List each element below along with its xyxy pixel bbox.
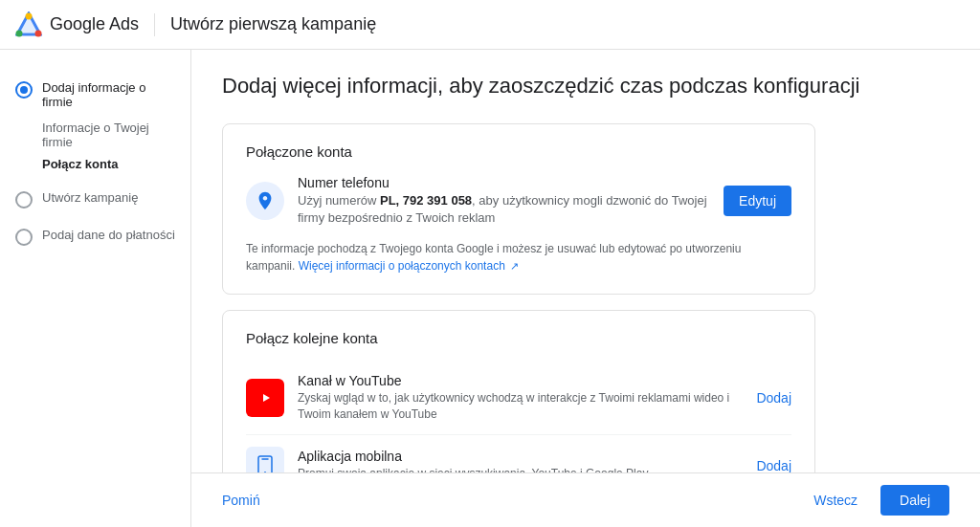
phone-title: Numer telefonu [298, 175, 710, 190]
info-text: Te informacje pochodzą z Twojego konta G… [246, 240, 791, 274]
google-ads-logo-icon [15, 11, 42, 38]
connect-more-title: Połącz kolejne konta [246, 330, 791, 346]
sidebar-label-company: Dodaj informacje o firmie [42, 80, 175, 109]
main-layout: Dodaj informacje o firmie Informacje o T… [0, 50, 980, 527]
edit-phone-button[interactable]: Edytuj [724, 186, 791, 216]
content-area: Dodaj więcej informacji, aby zaoszczędzi… [191, 50, 980, 527]
mobile-title: Aplikacja mobilna [298, 449, 743, 464]
next-button[interactable]: Dalej [880, 485, 949, 516]
youtube-connect-item: Kanał w YouTube Zyskaj wgląd w to, jak u… [246, 362, 791, 435]
connect-more-card: Połącz kolejne konta Kanał w YouTube Zys… [222, 310, 815, 472]
circle-dot [20, 86, 28, 94]
header: Google Ads Utwórz pierwszą kampanię [0, 0, 980, 50]
mobile-connect-item: Aplikacja mobilna Promuj swoją aplikację… [246, 435, 791, 472]
youtube-icon [246, 379, 284, 417]
location-pin-icon [255, 190, 276, 211]
sidebar-item-circle-campaign [15, 191, 33, 209]
youtube-add-link[interactable]: Dodaj [756, 390, 791, 406]
connected-accounts-title: Połączone konta [246, 143, 791, 160]
svg-point-3 [35, 30, 42, 36]
external-link-icon: ↗ [510, 260, 519, 272]
main-heading: Dodaj więcej informacji, aby zaoszczędzi… [222, 73, 949, 100]
sidebar-item-circle-company [15, 81, 33, 99]
page-title: Utwórz pierwszą kampanię [170, 14, 376, 34]
info-link[interactable]: Więcej informacji o połączonych kontach … [299, 259, 519, 273]
phone-item: Numer telefonu Użyj numerów PL, 792 391 … [246, 175, 791, 227]
smartphone-icon [257, 455, 273, 472]
phone-description: Użyj numerów PL, 792 391 058, aby użytko… [298, 192, 710, 227]
sidebar-item-payment[interactable]: Podaj dane do płatności [0, 220, 190, 253]
sidebar-label-campaign: Utwórz kampanię [42, 190, 138, 205]
svg-point-4 [26, 12, 33, 19]
app-logo: Google Ads [15, 11, 139, 38]
svg-point-2 [16, 30, 23, 36]
youtube-logo-icon [255, 390, 276, 406]
connected-accounts-card: Połączone konta Numer telefonu Użyj nume… [222, 123, 815, 295]
sidebar-sub-company-details[interactable]: Informacje o Twojej firmie [0, 117, 190, 153]
skip-link[interactable]: Pomiń [222, 493, 260, 508]
phone-desc-prefix: Użyj numerów [298, 193, 380, 208]
header-divider [154, 13, 155, 36]
mobile-desc: Promuj swoją aplikację w sieci wyszukiwa… [298, 466, 743, 472]
youtube-title: Kanał w YouTube [298, 373, 743, 388]
main-content: Dodaj więcej informacji, aby zaoszczędzi… [191, 50, 980, 472]
mobile-add-link[interactable]: Dodaj [756, 458, 791, 472]
app-name: Google Ads [50, 14, 139, 34]
mobile-app-icon [246, 447, 284, 472]
phone-icon [246, 182, 284, 220]
sidebar-sub-connect-accounts[interactable]: Połącz konta [0, 153, 190, 175]
footer-actions: Wstecz Dalej [802, 485, 949, 516]
sidebar-item-circle-payment [15, 229, 33, 246]
phone-number: PL, 792 391 058 [380, 193, 472, 208]
sidebar-label-payment: Podaj dane do płatności [42, 228, 175, 242]
footer: Pomiń Wstecz Dalej [191, 472, 980, 527]
sidebar: Dodaj informacje o firmie Informacje o T… [0, 50, 191, 527]
sidebar-item-company-info[interactable]: Dodaj informacje o firmie [0, 73, 190, 117]
youtube-desc: Zyskaj wgląd w to, jak użytkownicy wchod… [298, 390, 743, 423]
back-button[interactable]: Wstecz [802, 485, 869, 516]
sidebar-item-campaign[interactable]: Utwórz kampanię [0, 183, 190, 216]
